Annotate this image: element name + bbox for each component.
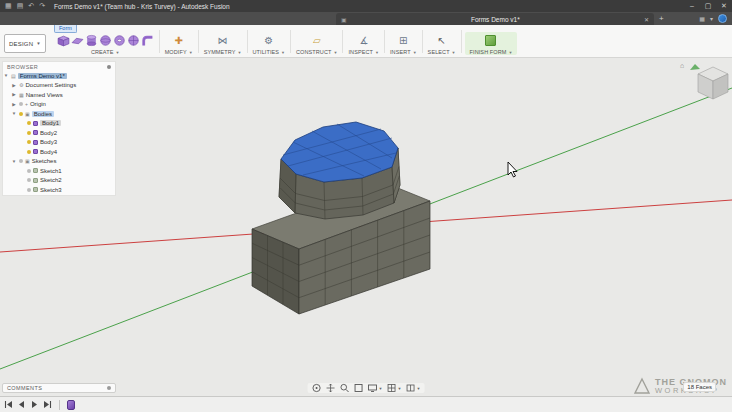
utilities-gear-icon[interactable]: ⚙ [264, 34, 273, 47]
create-group-label[interactable]: CREATE [91, 49, 114, 55]
fit-view-icon[interactable] [354, 383, 364, 393]
timeline-form-feature-marker[interactable] [67, 400, 75, 410]
inspect-measure-icon[interactable]: ∡ [359, 34, 368, 47]
browser-item-body1[interactable]: Body1 [3, 119, 115, 129]
visibility-bulb-icon[interactable] [27, 178, 31, 182]
minimize-button[interactable]: – [684, 0, 700, 12]
box-primitive-icon[interactable] [57, 34, 70, 47]
maximize-button[interactable]: ▢ [700, 0, 716, 12]
viewport-layout-icon[interactable]: ▼ [405, 383, 420, 393]
browser-options-icon[interactable] [107, 65, 111, 69]
modify-group-label[interactable]: MODIFY [165, 49, 187, 55]
view-cube-graphic[interactable] [680, 60, 730, 106]
home-view-icon[interactable]: ⌂ [680, 62, 684, 69]
browser-item-body2[interactable]: Body2 [3, 128, 115, 138]
timeline-step-back-icon[interactable] [17, 400, 26, 409]
extensions-icon[interactable]: ▦ [699, 15, 705, 22]
expand-arrow-icon[interactable]: ▶ [11, 83, 17, 88]
view-cube[interactable]: ⌂ [680, 60, 730, 106]
redo-icon[interactable]: ↷ [39, 0, 45, 12]
chevron-down-icon: ▼ [508, 50, 512, 55]
form-body-icon [33, 121, 38, 126]
symmetry-group-label[interactable]: SYMMETRY [204, 49, 236, 55]
finish-form-button[interactable]: FINISH FORM▼ [465, 32, 518, 55]
file-menu-icon[interactable]: ▤ [17, 0, 24, 12]
browser-title: BROWSER [7, 64, 38, 70]
select-cursor-icon[interactable]: ↖ [437, 34, 445, 47]
collapse-arrow-icon[interactable]: ▼ [3, 73, 9, 78]
undo-icon[interactable]: ↶ [28, 0, 34, 12]
expand-arrow-icon[interactable]: ▶ [11, 102, 17, 107]
visibility-bulb-icon[interactable] [27, 121, 31, 125]
orbit-icon[interactable] [312, 383, 322, 393]
chevron-down-icon: ▼ [281, 50, 285, 55]
browser-item-body4[interactable]: Body4 [3, 147, 115, 157]
collapse-arrow-icon[interactable]: ▼ [11, 159, 17, 164]
browser-item-sketches[interactable]: ▼ ▣ Sketches [3, 157, 115, 167]
symmetry-icon[interactable]: ⋈ [218, 34, 228, 47]
browser-item-document-settings[interactable]: ▶ ⚙ Document Settings [3, 81, 115, 91]
comments-toggle-icon[interactable] [107, 386, 111, 390]
browser-root-label[interactable]: Forms Demo v1* [18, 73, 67, 79]
visibility-bulb-icon[interactable] [19, 159, 23, 163]
timeline-skip-end-icon[interactable] [43, 400, 52, 409]
select-group-label[interactable]: SELECT [428, 49, 450, 55]
document-tab-label: Forms Demo v1* [350, 16, 641, 23]
cylinder-primitive-icon[interactable] [85, 34, 98, 47]
visibility-bulb-icon[interactable] [27, 188, 31, 192]
chevron-down-icon: ▼ [238, 50, 242, 55]
new-tab-button[interactable]: + [654, 13, 669, 25]
close-button[interactable]: ✕ [716, 0, 732, 12]
folder-icon: ▣ [25, 111, 30, 117]
construct-plane-icon[interactable]: ▱ [313, 34, 321, 47]
construct-group-label[interactable]: CONSTRUCT [296, 49, 331, 55]
sketch-icon [33, 187, 38, 192]
grid-snaps-icon[interactable]: ▼ [387, 383, 402, 393]
browser-item-sketch2[interactable]: Sketch2 [3, 176, 115, 186]
collapse-arrow-icon[interactable]: ▼ [11, 111, 17, 116]
zoom-icon[interactable] [340, 383, 350, 393]
notifications-icon[interactable]: ▾ [710, 15, 713, 22]
visibility-bulb-icon[interactable] [19, 102, 23, 106]
browser-item-sketch1[interactable]: Sketch1 [3, 166, 115, 176]
ribbon-group-symmetry: ⋈ SYMMETRY▼ [200, 33, 246, 55]
chevron-down-icon: ▼ [375, 50, 379, 55]
sketch-icon [33, 178, 38, 183]
pipe-primitive-icon[interactable] [141, 34, 154, 47]
quadball-primitive-icon[interactable] [127, 34, 140, 47]
inspect-group-label[interactable]: INSPECT [348, 49, 373, 55]
workspace-switcher[interactable]: DESIGN ▼ [4, 34, 46, 53]
visibility-bulb-icon[interactable] [27, 140, 31, 144]
timeline-play-icon[interactable] [30, 400, 39, 409]
pan-icon[interactable] [326, 383, 336, 393]
sphere-primitive-icon[interactable] [99, 34, 112, 47]
browser-item-sketch3[interactable]: Sketch3 [3, 185, 115, 195]
expand-arrow-icon[interactable]: ▶ [11, 92, 17, 97]
torus-primitive-icon[interactable] [113, 34, 126, 47]
timeline-skip-start-icon[interactable] [4, 400, 13, 409]
browser-item-origin[interactable]: ▶ + Origin [3, 100, 115, 110]
display-settings-icon[interactable]: ▼ [368, 383, 383, 393]
plane-primitive-icon[interactable] [71, 34, 84, 47]
browser-item-bodies[interactable]: ▼ ▣ Bodies [3, 109, 115, 119]
insert-icon[interactable]: ⊞ [399, 34, 407, 47]
visibility-bulb-icon[interactable] [27, 150, 31, 154]
insert-group-label[interactable]: INSERT [390, 49, 411, 55]
3d-viewport[interactable]: ⌂ BROWSER ▼ ▤ Forms Demo v1* ▶ [0, 58, 732, 396]
form-context-tab[interactable]: Form [54, 25, 77, 33]
user-avatar[interactable] [718, 14, 727, 23]
browser-item-body3[interactable]: Body3 [3, 138, 115, 148]
document-tab[interactable]: ▣ Forms Demo v1* ✕ [336, 13, 654, 25]
form-body-icon [33, 140, 38, 145]
browser-root-row[interactable]: ▼ ▤ Forms Demo v1* [3, 71, 115, 81]
browser-item-named-views[interactable]: ▶ ▦ Named Views [3, 90, 115, 100]
tab-close-icon[interactable]: ✕ [644, 16, 649, 23]
visibility-bulb-icon[interactable] [27, 131, 31, 135]
comments-bar[interactable]: COMMENTS [2, 383, 116, 393]
visibility-bulb-icon[interactable] [19, 112, 23, 116]
ribbon-group-utilities: ⚙ UTILITIES▼ [249, 33, 290, 55]
edit-form-icon[interactable]: ✚ [174, 34, 182, 47]
utilities-group-label[interactable]: UTILITIES [253, 49, 280, 55]
data-panel-icon[interactable]: ▦ [5, 0, 12, 12]
visibility-bulb-icon[interactable] [27, 169, 31, 173]
